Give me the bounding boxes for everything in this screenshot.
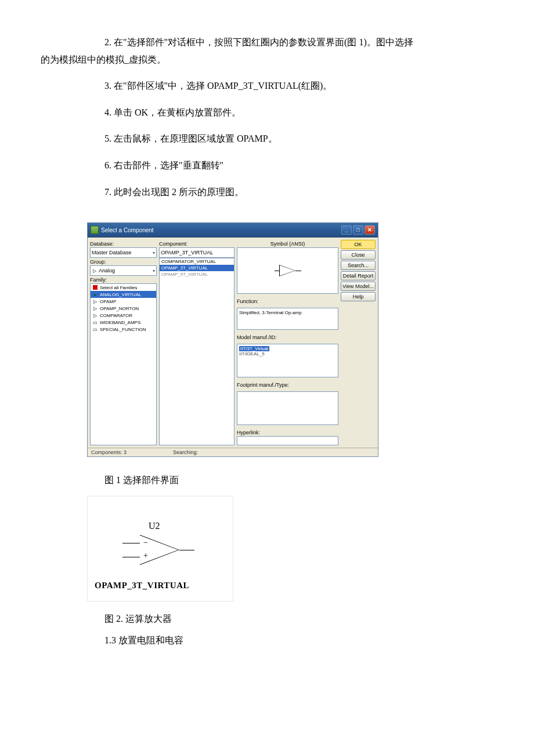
dialog-statusbar: Components: 3 Searching:: [88, 448, 378, 456]
function-box: Simplified, 3-Terminal Op-amp: [237, 308, 338, 330]
status-searching: Searching:: [173, 449, 198, 455]
opamp-schematic-symbol: − +: [122, 530, 204, 571]
opamp-symbol-icon: [279, 265, 295, 276]
family-item-all[interactable]: Select all Families: [91, 284, 156, 291]
footprint-label: Footprint manuf./Type:: [237, 382, 338, 388]
hyperlink-input[interactable]: [237, 436, 338, 445]
wideband-icon: ▭: [92, 319, 98, 325]
all-families-icon: [93, 285, 98, 290]
component-item-opamp-5t-virtual[interactable]: OPAMP_5T_VIRTUAL: [160, 271, 234, 278]
figure-2-caption: 图 2. 运算放大器: [104, 613, 493, 625]
family-item-opamp[interactable]: ▷OPAMP: [91, 298, 156, 305]
ok-button[interactable]: OK: [341, 240, 376, 249]
maximize-button[interactable]: □: [353, 225, 363, 235]
chevron-down-icon: ▾: [153, 250, 155, 255]
plus-sign: +: [143, 551, 148, 560]
step-5-text: 5. 左击鼠标，在原理图区域放置 OPAMP。: [41, 131, 493, 146]
step-4-text: 4. 单击 OK，在黄框内放置部件。: [41, 105, 493, 120]
section-1-3-heading: 1.3 放置电阻和电容: [104, 635, 493, 647]
hyperlink-label: Hyperlink:: [237, 430, 338, 435]
symbol-preview: [237, 247, 338, 294]
figure-2-schematic: U2 − + OPAMP_3T_VIRTUAL: [87, 496, 233, 602]
step-2-text-cont: 的为模拟组中的模拟_虚拟类。: [41, 52, 493, 67]
folder-icon: ▸: [92, 291, 98, 297]
special-fn-icon: ▭: [92, 326, 98, 332]
dialog-titlebar: Select a Component _ □ ✕: [88, 223, 378, 237]
database-label: Database:: [90, 241, 157, 247]
family-label: Family:: [90, 277, 157, 283]
step-3-text: 3. 在"部件区域"中，选择 OPAMP_3T_VIRTUAL(红圈)。: [41, 78, 493, 93]
status-component-count: Components: 3: [91, 449, 127, 455]
step-2-text: 2. 在"选择部件"对话框中，按照下图红圈内的参数设置界面(图 1)。图中选择: [41, 35, 493, 50]
component-item-opamp-3t-virtual[interactable]: OPAMP_3T_VIRTUAL: [160, 265, 234, 271]
app-icon: [91, 226, 99, 234]
group-combobox[interactable]: ▷ Analog▾: [90, 265, 157, 276]
minimize-button[interactable]: _: [341, 225, 352, 235]
group-label: Group:: [90, 259, 157, 265]
database-combobox[interactable]: Master Database▾: [90, 247, 157, 258]
opamp-icon: ▷: [92, 298, 98, 304]
family-item-wideband[interactable]: ▭WIDEBAND_AMPS: [91, 319, 156, 326]
family-item-special[interactable]: ▭SPECIAL_FUNCTION: [91, 326, 156, 333]
family-item-opamp-norton[interactable]: ▷OPAMP_NORTON: [91, 305, 156, 312]
function-label: Function:: [237, 298, 338, 304]
family-listbox[interactable]: Select all Families ▸ANALOG_VIRTUAL ▷OPA…: [90, 283, 157, 445]
close-window-button[interactable]: ✕: [365, 225, 375, 235]
detail-report-button[interactable]: Detail Report: [341, 271, 376, 280]
component-input[interactable]: OPAMP_3T_VIRTUAL: [159, 247, 234, 258]
select-component-dialog: Select a Component _ □ ✕ Database: Maste…: [87, 222, 378, 457]
step-7-text: 7. 此时会出现图 2 所示的原理图。: [41, 185, 493, 200]
help-button[interactable]: Help: [341, 292, 376, 301]
step-6-text: 6. 右击部件，选择"垂直翻转": [41, 158, 493, 173]
chevron-down-icon: ▾: [153, 268, 155, 273]
analog-icon: ▷: [92, 268, 98, 273]
family-item-analog-virtual[interactable]: ▸ANALOG_VIRTUAL: [91, 291, 156, 298]
close-button[interactable]: Close: [341, 250, 376, 260]
dialog-title: Select a Component: [101, 227, 154, 233]
symbol-label: Symbol (ANSI): [237, 241, 338, 247]
opamp-part-name: OPAMP_3T_VIRTUAL: [95, 581, 189, 591]
view-model-button[interactable]: View Model...: [341, 282, 376, 291]
search-button[interactable]: Search...: [341, 261, 376, 270]
figure-1-caption: 图 1 选择部件界面: [104, 474, 493, 487]
opamp-norton-icon: ▷: [92, 305, 98, 311]
footprint-box: [237, 391, 338, 425]
model-label: Model manuf./ID:: [237, 334, 338, 340]
model-box: IIT/3T_Virtual IIT/IDEAL_5: [237, 344, 338, 377]
minus-sign: −: [143, 538, 148, 548]
component-item-comparator-virtual[interactable]: COMPARATOR_VIRTUAL: [160, 258, 234, 265]
comparator-icon: ▷: [92, 312, 98, 318]
family-item-comparator[interactable]: ▷COMPARATOR: [91, 312, 156, 319]
component-listbox[interactable]: COMPARATOR_VIRTUAL OPAMP_3T_VIRTUAL OPAM…: [159, 258, 234, 445]
figure-1-dialog: www.bdocx.com Select a Component _ □ ✕ D…: [87, 222, 377, 457]
component-label: Component:: [159, 241, 234, 247]
